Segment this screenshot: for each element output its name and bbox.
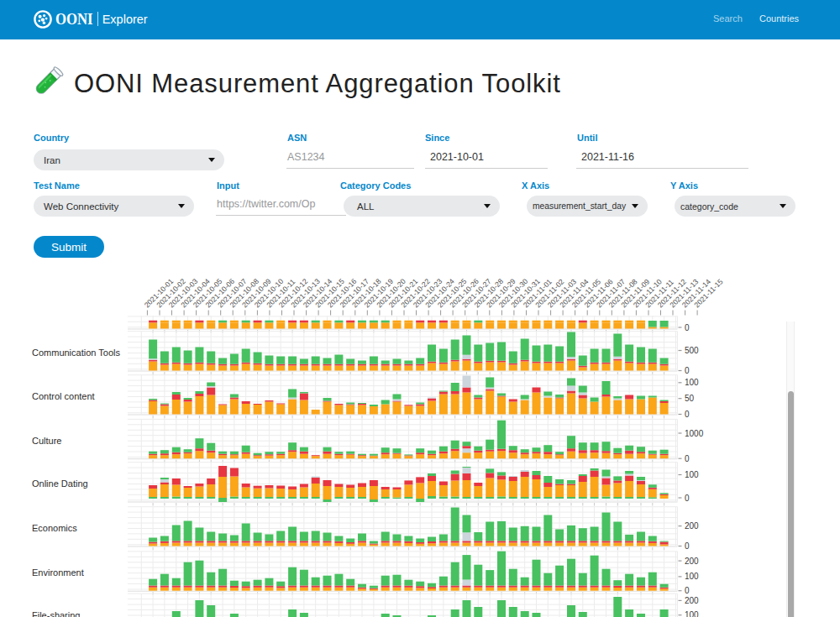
svg-text:0: 0	[685, 541, 690, 551]
svg-text:200: 200	[685, 521, 699, 531]
svg-text:100: 100	[685, 610, 699, 617]
svg-text:0: 0	[685, 410, 690, 419]
svg-text:Communication Tools: Communication Tools	[32, 348, 120, 358]
svg-text:Culture: Culture	[32, 436, 61, 446]
svg-text:Environment: Environment	[32, 567, 84, 578]
svg-text:0: 0	[685, 366, 690, 375]
svg-text:1000: 1000	[685, 429, 704, 438]
svg-text:File-sharing: File-sharing	[32, 610, 80, 617]
svg-text:Online Dating: Online Dating	[32, 478, 88, 489]
svg-text:100: 100	[685, 470, 699, 479]
svg-text:0: 0	[685, 323, 690, 332]
svg-text:0: 0	[685, 454, 690, 463]
svg-text:100: 100	[685, 378, 699, 387]
svg-text:50: 50	[685, 394, 695, 403]
svg-text:100: 100	[685, 572, 699, 581]
svg-text:500: 500	[685, 346, 699, 355]
svg-text:200: 200	[685, 557, 699, 566]
svg-text:Control content: Control content	[32, 391, 95, 401]
svg-text:0: 0	[685, 586, 690, 595]
svg-text:200: 200	[685, 596, 699, 605]
svg-text:0: 0	[685, 494, 690, 503]
svg-text:Economics: Economics	[32, 523, 77, 533]
